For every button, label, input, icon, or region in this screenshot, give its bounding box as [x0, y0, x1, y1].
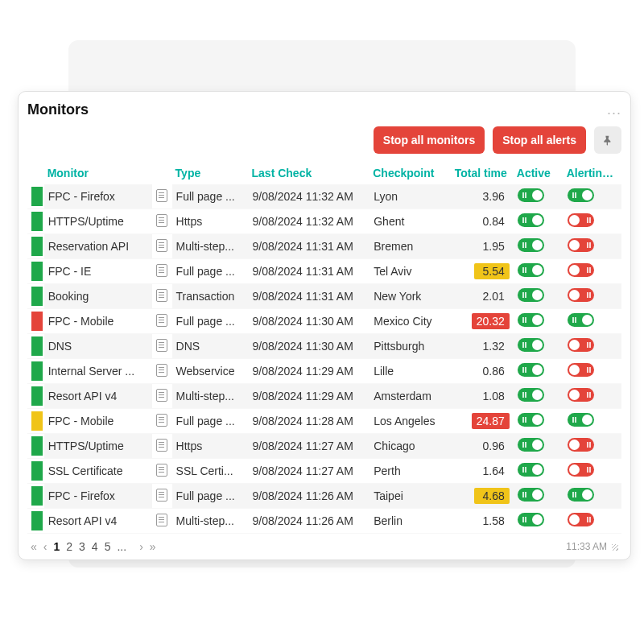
monitor-name[interactable]: SSL Certificate [44, 459, 152, 484]
col-status[interactable] [27, 162, 44, 184]
table-row[interactable]: FPC - MobileFull page ...9/08/2024 11:28… [27, 409, 621, 434]
doc-cell[interactable] [152, 234, 172, 259]
table-row[interactable]: FPC - FirefoxFull page ...9/08/2024 11:3… [27, 184, 621, 209]
alerting-toggle[interactable] [568, 513, 594, 526]
pager-first-icon[interactable]: « [31, 540, 37, 553]
monitor-name[interactable]: FPC - Firefox [44, 184, 152, 209]
doc-cell[interactable] [152, 384, 172, 409]
col-last-check[interactable]: Last Check [249, 162, 370, 184]
document-icon [156, 414, 167, 427]
stop-all-monitors-button[interactable]: Stop all monitors [374, 126, 485, 154]
alerting-toggle[interactable] [568, 488, 594, 502]
last-check: 9/08/2024 11:26 AM [249, 484, 370, 509]
monitor-name[interactable]: HTTPS/Uptime [44, 209, 152, 234]
active-toggle[interactable] [518, 438, 544, 452]
doc-cell[interactable] [152, 309, 172, 334]
pager-page[interactable]: 1 [53, 540, 60, 553]
pager-page[interactable]: 3 [79, 540, 85, 553]
table-row[interactable]: FPC - IEFull page ...9/08/2024 11:31 AMT… [27, 259, 621, 284]
doc-cell[interactable] [152, 434, 172, 459]
doc-cell[interactable] [152, 209, 172, 234]
doc-cell[interactable] [152, 259, 172, 284]
alerting-toggle[interactable] [568, 338, 594, 352]
col-checkpoint[interactable]: Checkpoint [369, 162, 450, 184]
pager-page[interactable]: 5 [105, 540, 111, 553]
monitor-name[interactable]: HTTPS/Uptime [44, 434, 152, 459]
active-toggle[interactable] [518, 313, 544, 327]
alerting-toggle[interactable] [568, 188, 594, 202]
active-toggle[interactable] [518, 213, 544, 227]
table-row[interactable]: Reservation APIMulti-step...9/08/2024 11… [27, 234, 621, 259]
stop-all-alerts-button[interactable]: Stop all alerts [493, 126, 586, 154]
alerting-toggle[interactable] [568, 438, 594, 452]
table-row[interactable]: Internal Server ...Webservice9/08/2024 1… [27, 359, 621, 384]
active-toggle[interactable] [518, 488, 544, 502]
active-toggle[interactable] [518, 263, 544, 277]
doc-cell[interactable] [152, 459, 172, 484]
status-indicator [31, 436, 43, 456]
alerting-toggle[interactable] [568, 463, 594, 477]
panel-more-icon[interactable]: ... [607, 101, 621, 118]
col-doc[interactable] [152, 162, 172, 184]
monitor-name[interactable]: FPC - Mobile [44, 309, 152, 334]
col-monitor[interactable]: Monitor [44, 162, 152, 184]
doc-cell[interactable] [152, 409, 172, 434]
active-toggle[interactable] [518, 513, 544, 526]
doc-cell[interactable] [152, 334, 172, 359]
monitor-name[interactable]: Resort API v4 [44, 384, 152, 409]
pager-prev-icon[interactable]: ‹ [43, 540, 47, 553]
alerting-toggle[interactable] [568, 313, 594, 327]
doc-cell[interactable] [152, 484, 172, 509]
document-icon [156, 264, 167, 277]
table-row[interactable]: DNSDNS9/08/2024 11:30 AMPittsburgh1.32 [27, 334, 621, 359]
monitor-name[interactable]: Reservation API [44, 234, 152, 259]
monitor-name[interactable]: FPC - Mobile [44, 409, 152, 434]
table-row[interactable]: SSL CertificateSSL Certi...9/08/2024 11:… [27, 459, 621, 484]
active-toggle[interactable] [518, 288, 544, 302]
alerting-toggle[interactable] [568, 238, 594, 252]
monitor-name[interactable]: FPC - Firefox [44, 484, 152, 509]
alerting-toggle[interactable] [568, 213, 594, 227]
col-type[interactable]: Type [172, 162, 249, 184]
table-row[interactable]: FPC - FirefoxFull page ...9/08/2024 11:2… [27, 484, 621, 509]
table-row[interactable]: FPC - MobileFull page ...9/08/2024 11:30… [27, 309, 621, 334]
table-row[interactable]: HTTPS/UptimeHttps9/08/2024 11:32 AMGhent… [27, 209, 621, 234]
table-row[interactable]: HTTPS/UptimeHttps9/08/2024 11:27 AMChica… [27, 434, 621, 459]
table-row[interactable]: BookingTransaction9/08/2024 11:31 AMNew … [27, 284, 621, 309]
pager-page[interactable]: 4 [92, 540, 98, 553]
monitor-name[interactable]: Internal Server ... [44, 359, 152, 384]
pager-next-icon[interactable]: › [139, 540, 143, 553]
active-cell [514, 284, 564, 309]
active-toggle[interactable] [518, 363, 544, 377]
col-total-time[interactable]: Total time [450, 162, 513, 184]
pager-page[interactable]: ... [117, 540, 126, 553]
pin-button[interactable] [594, 126, 621, 154]
alerting-toggle[interactable] [568, 413, 594, 427]
monitor-name[interactable]: DNS [44, 334, 152, 359]
active-toggle[interactable] [518, 463, 544, 477]
pager-last-icon[interactable]: » [150, 540, 156, 553]
active-toggle[interactable] [518, 188, 544, 202]
resize-corner-icon[interactable] [610, 543, 618, 551]
doc-cell[interactable] [152, 509, 172, 534]
monitor-name[interactable]: Resort API v4 [44, 509, 152, 534]
monitor-name[interactable]: FPC - IE [44, 259, 152, 284]
active-toggle[interactable] [518, 238, 544, 252]
alerting-toggle[interactable] [568, 288, 594, 302]
alerting-toggle[interactable] [568, 363, 594, 377]
doc-cell[interactable] [152, 359, 172, 384]
doc-cell[interactable] [152, 184, 172, 209]
active-toggle[interactable] [518, 338, 544, 352]
last-check: 9/08/2024 11:31 AM [249, 284, 370, 309]
alerting-toggle[interactable] [568, 388, 594, 402]
doc-cell[interactable] [152, 284, 172, 309]
col-alerting[interactable]: Alerting ... [564, 162, 621, 184]
active-toggle[interactable] [518, 388, 544, 402]
pager-page[interactable]: 2 [66, 540, 72, 553]
table-row[interactable]: Resort API v4Multi-step...9/08/2024 11:2… [27, 384, 621, 409]
col-active[interactable]: Active [514, 162, 564, 184]
table-row[interactable]: Resort API v4Multi-step...9/08/2024 11:2… [27, 509, 621, 534]
alerting-toggle[interactable] [568, 263, 594, 277]
active-toggle[interactable] [518, 413, 544, 427]
monitor-name[interactable]: Booking [44, 284, 152, 309]
